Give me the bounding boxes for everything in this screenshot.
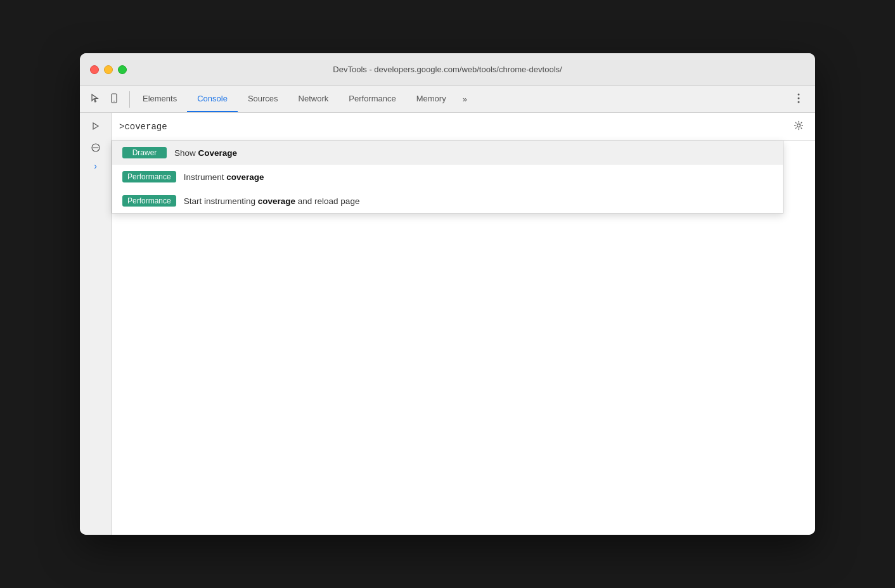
svg-point-8 (797, 124, 801, 127)
autocomplete-text-3: Start instrumenting coverage and reload … (184, 196, 360, 206)
tab-memory[interactable]: Memory (406, 86, 456, 112)
autocomplete-text-2: Instrument coverage (184, 172, 264, 182)
more-tabs-button[interactable]: » (456, 86, 473, 112)
inspect-element-button[interactable] (86, 91, 104, 108)
console-settings-button[interactable] (790, 118, 808, 136)
tab-elements[interactable]: Elements (132, 86, 187, 112)
clear-console-button[interactable] (87, 139, 105, 157)
console-main: >coverage Drawer Show Coverage (112, 113, 815, 535)
clear-icon (91, 143, 100, 154)
toolbar: Elements Console Sources Network Perform… (80, 86, 815, 113)
toolbar-divider (129, 91, 130, 108)
performance-badge-1: Performance (122, 171, 176, 182)
play-icon (91, 122, 100, 132)
toolbar-left-icons (82, 91, 127, 108)
tab-console[interactable]: Console (187, 86, 238, 112)
toolbar-end (785, 91, 813, 108)
tab-network[interactable]: Network (288, 86, 339, 112)
autocomplete-text-1: Show Coverage (174, 148, 237, 158)
svg-marker-5 (93, 123, 98, 129)
mobile-icon (109, 93, 119, 105)
device-toggle-button[interactable] (105, 91, 123, 108)
minimize-button[interactable] (104, 65, 113, 74)
sidebar-expand-chevron[interactable]: › (94, 161, 97, 171)
autocomplete-item-instrument-coverage[interactable]: Performance Instrument coverage (112, 165, 783, 189)
console-input-bar: >coverage Drawer Show Coverage (112, 113, 815, 141)
performance-badge-2: Performance (122, 195, 176, 207)
autocomplete-item-start-instrumenting[interactable]: Performance Start instrumenting coverage… (112, 189, 783, 213)
tab-sources[interactable]: Sources (238, 86, 288, 112)
titlebar: DevTools - developers.google.com/web/too… (80, 53, 815, 86)
more-vertical-icon (797, 93, 800, 106)
drawer-badge: Drawer (122, 147, 167, 158)
console-sidebar: › (80, 113, 112, 535)
window-title: DevTools - developers.google.com/web/too… (333, 65, 562, 74)
svg-point-4 (798, 101, 800, 103)
tab-list: Elements Console Sources Network Perform… (132, 86, 785, 112)
gear-icon (794, 120, 804, 133)
autocomplete-dropdown: Drawer Show Coverage Performance Instrum… (112, 141, 783, 214)
autocomplete-item-show-coverage[interactable]: Drawer Show Coverage (112, 141, 783, 165)
tab-performance[interactable]: Performance (338, 86, 406, 112)
console-input[interactable]: >coverage (119, 122, 167, 132)
cursor-icon (90, 93, 100, 105)
svg-point-2 (798, 93, 800, 95)
devtools-window: DevTools - developers.google.com/web/too… (80, 53, 815, 535)
maximize-button[interactable] (118, 65, 127, 74)
console-area: › >coverage Drawer (80, 113, 815, 535)
traffic-lights (90, 65, 127, 74)
show-drawer-button[interactable] (87, 118, 105, 136)
more-options-button[interactable] (790, 91, 808, 108)
svg-point-3 (798, 97, 800, 99)
close-button[interactable] (90, 65, 99, 74)
